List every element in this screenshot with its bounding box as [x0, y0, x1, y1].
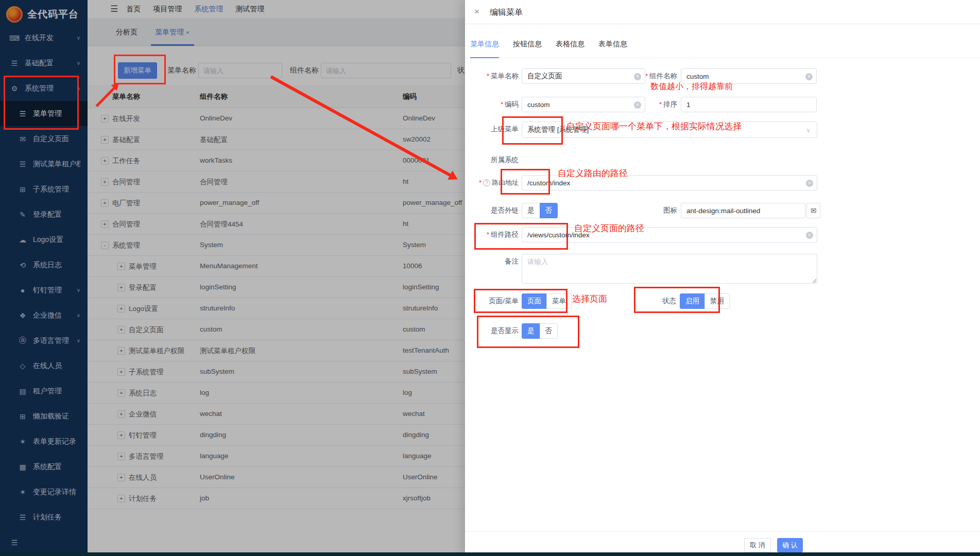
drawer-tab[interactable]: 表单信息: [598, 31, 627, 58]
component-path-input[interactable]: ×: [522, 227, 817, 242]
form-row: 备注: [480, 254, 965, 285]
segment-option[interactable]: 页面: [522, 293, 547, 309]
help-icon: ?: [483, 179, 490, 186]
component-name-label: *组件名称: [635, 68, 677, 84]
status-segmented: 启用禁用: [680, 293, 730, 309]
visible-label: 是否显示: [480, 323, 519, 339]
parent-menu-value: 系统管理 [系统管理]: [527, 125, 589, 134]
status-label: 状态: [645, 293, 676, 309]
clear-icon[interactable]: ×: [805, 73, 813, 80]
drawer-tab[interactable]: 按钮信息: [513, 31, 542, 58]
icon-input[interactable]: [681, 203, 805, 218]
form-row: *菜单名称 × *组件名称 ×: [480, 68, 965, 85]
segment-option[interactable]: 否: [540, 203, 558, 218]
form-row: 是否显示 是否: [480, 323, 965, 340]
form-row: *?路由地址 ×: [480, 175, 965, 192]
parent-menu-select[interactable]: 系统管理 [系统管理] ∨: [522, 121, 817, 138]
segment-option[interactable]: 启用: [680, 293, 705, 309]
remark-textarea[interactable]: [522, 254, 817, 284]
parent-menu-label: 上级菜单: [480, 121, 519, 137]
component-path-label: *组件路径: [480, 227, 519, 242]
form-row: 页面/菜单 页面菜单 状态 启用禁用: [480, 293, 965, 310]
route-label: *?路由地址: [473, 175, 519, 190]
close-icon[interactable]: ×: [474, 7, 479, 17]
drawer-tab[interactable]: 菜单信息: [470, 31, 499, 58]
chevron-down-icon: ∨: [806, 127, 811, 134]
code-input[interactable]: ×: [522, 97, 645, 112]
menu-name-input[interactable]: ×: [522, 68, 645, 84]
page-menu-label: 页面/菜单: [480, 293, 519, 309]
segment-option[interactable]: 是: [522, 323, 540, 339]
drawer-tab[interactable]: 表格信息: [556, 31, 584, 58]
drawer-title: 编辑菜单: [490, 7, 523, 18]
system-label: 所属系统: [480, 152, 519, 168]
bottom-taskbar-strip: [0, 552, 980, 556]
edit-menu-drawer: × 编辑菜单 菜单信息按钮信息表格信息表单信息 *菜单名称 × *组件名称 × …: [465, 0, 980, 556]
cancel-button[interactable]: 取 消: [744, 538, 771, 552]
external-link-label: 是否外链: [480, 203, 519, 218]
segment-option[interactable]: 是: [522, 203, 540, 218]
clear-icon[interactable]: ×: [806, 180, 813, 187]
clear-icon[interactable]: ×: [806, 232, 813, 239]
sort-input[interactable]: [681, 97, 817, 112]
remark-label: 备注: [480, 254, 519, 269]
drawer-mask[interactable]: [0, 0, 465, 556]
screen: 全代码平台 ⌨在线开发∨☰基础配置∨⚙系统管理∧☰菜单管理✉自定义页面☰测试菜单…: [0, 0, 980, 556]
route-input[interactable]: ×: [522, 175, 817, 190]
sort-label: *排序: [635, 97, 677, 112]
menu-name-label: *菜单名称: [480, 68, 519, 84]
segment-option[interactable]: 菜单: [546, 293, 572, 309]
page-menu-segmented: 页面菜单: [522, 293, 572, 309]
form-row: *编码 × *排序: [480, 97, 965, 113]
code-label: *编码: [480, 97, 519, 112]
form-row: 所属系统: [480, 152, 965, 169]
form-row: 是否外链 是否 图标 ✉: [480, 203, 965, 219]
icon-label: 图标: [635, 203, 677, 218]
component-name-input[interactable]: ×: [681, 68, 817, 84]
segment-option[interactable]: 禁用: [704, 293, 730, 309]
external-link-segmented: 是否: [522, 203, 558, 218]
mail-icon[interactable]: ✉: [806, 203, 820, 218]
visible-segmented: 是否: [522, 323, 558, 339]
drawer-header: × 编辑菜单: [465, 0, 980, 24]
segment-option[interactable]: 否: [540, 323, 558, 339]
form-row: 上级菜单 系统管理 [系统管理] ∨: [480, 121, 965, 138]
drawer-tabs: 菜单信息按钮信息表格信息表单信息: [465, 31, 980, 58]
confirm-button[interactable]: 确 认: [777, 538, 803, 552]
form-row: *组件路径 ×: [480, 227, 965, 244]
